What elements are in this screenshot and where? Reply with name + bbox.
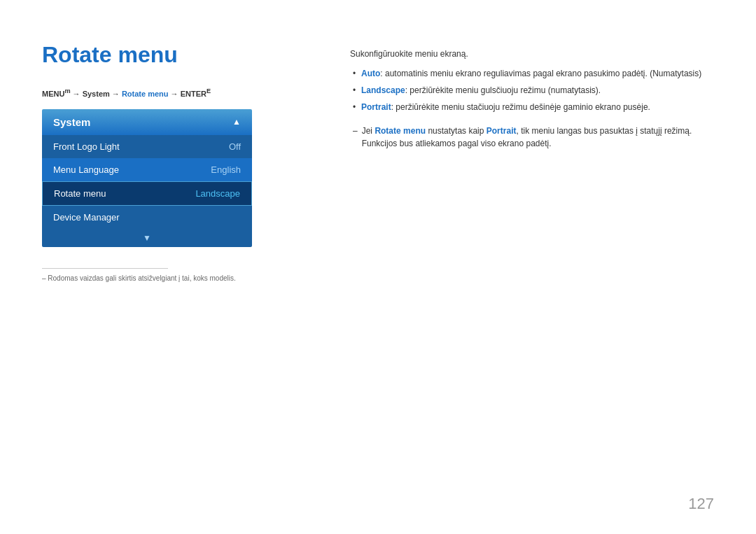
menu-item-rotate[interactable]: Rotate menu Landscape (42, 181, 252, 206)
bullet-landscape: Landscape: peržiūrėkite meniu gulsčiuoju… (350, 84, 714, 97)
device-manager-label: Device Manager (53, 212, 120, 223)
keyword-portrait: Portrait (361, 102, 391, 112)
menu-path-text: MENUm → System → Rotate menu → ENTERE (42, 90, 211, 98)
note-dash: – (353, 125, 358, 150)
note-keyword-rotate: Rotate menu (374, 126, 426, 136)
left-column: Rotate menu MENUm → System → Rotate menu… (42, 42, 308, 282)
bullet-list: Auto: automatinis meniu ekrano reguliavi… (350, 67, 714, 113)
note-block: – Jei Rotate menu nustatytas kaip Portra… (350, 125, 714, 150)
note-text: Jei Rotate menu nustatytas kaip Portrait… (362, 125, 714, 150)
rotate-label: Rotate menu (54, 188, 106, 199)
footnote: – Rodomas vaizdas gali skirtis atsižvelg… (42, 274, 308, 282)
language-value: English (211, 164, 241, 175)
note-keyword-portrait: Portrait (486, 126, 517, 136)
system-menu: System ▲ Front Logo Light Off Menu Langu… (42, 109, 252, 247)
footnote-separator (42, 268, 168, 269)
keyword-landscape: Landscape (361, 85, 405, 95)
system-menu-footer: ▼ (42, 229, 252, 247)
menu-item-language[interactable]: Menu Language English (42, 158, 252, 181)
right-column: Sukonfigūruokite meniu ekraną. Auto: aut… (350, 42, 714, 282)
front-logo-label: Front Logo Light (53, 141, 120, 152)
menu-path: MENUm → System → Rotate menu → ENTERE (42, 87, 308, 98)
bullet-portrait-text: : peržiūrėkite meniu stačiuoju režimu de… (391, 102, 650, 112)
arrow-up-icon: ▲ (232, 117, 241, 127)
bullet-landscape-text: : peržiūrėkite meniu gulsčiuoju režimu (… (405, 85, 601, 95)
rotate-value: Landscape (195, 188, 240, 199)
language-label: Menu Language (53, 164, 119, 175)
bullet-auto: Auto: automatinis meniu ekrano reguliavi… (350, 67, 714, 80)
bullet-auto-text: : automatinis meniu ekrano reguliavimas … (380, 69, 701, 78)
menu-item-front-logo[interactable]: Front Logo Light Off (42, 135, 252, 158)
menu-item-device-manager[interactable]: Device Manager (42, 206, 252, 229)
bullet-portrait: Portrait: peržiūrėkite meniu stačiuoju r… (350, 101, 714, 113)
system-menu-title: System (53, 116, 90, 128)
keyword-auto: Auto (361, 69, 380, 78)
page-title: Rotate menu (42, 42, 308, 68)
system-menu-header: System ▲ (42, 109, 252, 135)
arrow-down-icon: ▼ (143, 233, 151, 243)
description-intro: Sukonfigūruokite meniu ekraną. (350, 49, 714, 59)
page-number: 127 (688, 495, 714, 513)
front-logo-value: Off (229, 141, 241, 152)
